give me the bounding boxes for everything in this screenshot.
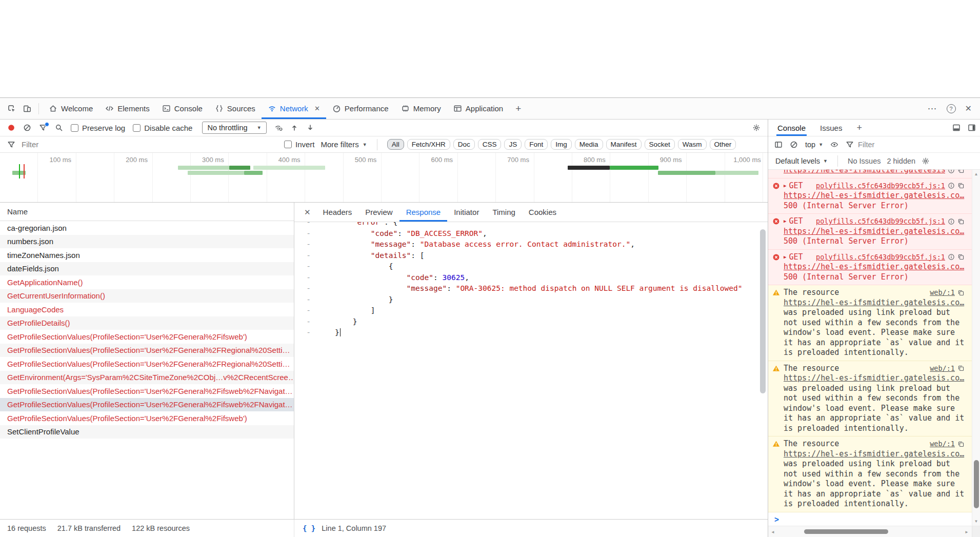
network-settings-gear-icon[interactable]: [752, 124, 761, 132]
clear-console-icon[interactable]: [790, 141, 798, 149]
resource-url-link[interactable]: https://hel-es-ifsmidtier.gatelesis.co…: [784, 298, 964, 307]
tab-performance[interactable]: Performance: [326, 98, 395, 119]
console-vertical-scrollbar[interactable]: ▲ ▼: [972, 170, 980, 526]
tab-sources[interactable]: Sources: [209, 98, 262, 119]
network-overview-timeline[interactable]: 100 ms200 ms300 ms400 ms500 ms600 ms700 …: [0, 153, 768, 203]
scroll-right-arrow[interactable]: ►: [965, 529, 969, 534]
scroll-up-arrow[interactable]: ▲: [972, 172, 980, 176]
network-request-row[interactable]: GetProfileSectionValues(ProfileSection='…: [0, 384, 294, 398]
filter-chip-css[interactable]: CSS: [478, 139, 502, 150]
tab-application[interactable]: Application: [447, 98, 509, 119]
more-options-icon[interactable]: ⋯: [928, 103, 937, 114]
network-request-row[interactable]: GetProfileSectionValues(ProfileSection='…: [0, 411, 294, 425]
dock-bottom-icon[interactable]: [952, 124, 961, 132]
fold-marker[interactable]: -: [294, 228, 317, 240]
device-toolbar-icon[interactable]: [19, 101, 35, 116]
checkbox[interactable]: [133, 124, 141, 132]
request-url-link[interactable]: https://hel-es-ifsmidtier.gatelesis.co…: [784, 227, 965, 237]
copy-stack-icon[interactable]: [957, 170, 965, 174]
request-url-link[interactable]: https://hel-es-ifsmidtier.gatelesis.co…: [784, 262, 965, 272]
tab-console[interactable]: Console: [156, 98, 209, 119]
info-icon[interactable]: [948, 218, 955, 225]
fold-marker[interactable]: -: [294, 250, 317, 262]
console-sidebar-icon[interactable]: [774, 141, 783, 149]
source-location-link[interactable]: web/:1: [930, 288, 955, 298]
fold-marker[interactable]: -: [294, 239, 317, 250]
dock-right-icon[interactable]: [968, 124, 976, 132]
copy-stack-icon[interactable]: [957, 253, 965, 261]
network-request-row[interactable]: GetProfileDetails(): [0, 316, 294, 330]
disable-cache-checkbox[interactable]: Disable cache: [133, 124, 192, 132]
resource-url-link[interactable]: https://hel-es-ifsmidtier.gatelesis.co…: [784, 373, 964, 383]
source-location-link[interactable]: polyfills.c5fc643db99ccb5f.js:1: [816, 252, 945, 263]
close-devtools-icon[interactable]: ✕: [965, 104, 972, 113]
console-settings-gear-icon[interactable]: [922, 157, 930, 165]
network-request-row[interactable]: GetProfileSectionValues(ProfileSection='…: [0, 357, 294, 371]
add-tab-button[interactable]: +: [509, 103, 527, 114]
console-horizontal-scrollbar[interactable]: ◄ ►: [768, 526, 980, 537]
filter-chip-font[interactable]: Font: [525, 139, 548, 150]
source-location-link[interactable]: polyfills.c5fc643db99ccb5f.js:1: [816, 181, 945, 191]
scroll-down-arrow[interactable]: ▼: [972, 519, 980, 524]
add-drawer-tab-button[interactable]: +: [856, 123, 862, 133]
close-details-icon[interactable]: ✕: [298, 208, 316, 217]
copy-stack-icon[interactable]: [957, 365, 965, 372]
invert-filter-checkbox[interactable]: Invert: [284, 140, 315, 149]
console-prompt[interactable]: >: [768, 512, 972, 526]
search-icon[interactable]: [55, 124, 63, 132]
tab-elements[interactable]: Elements: [99, 98, 156, 119]
import-har-icon[interactable]: [306, 124, 314, 132]
expand-arrow-icon[interactable]: ▶: [784, 252, 786, 263]
fold-marker[interactable]: -: [294, 261, 317, 272]
response-tab-initiator[interactable]: Initiator: [447, 203, 486, 222]
network-request-row[interactable]: GetEnvironment(Args='SysParam%2CSiteTime…: [0, 371, 294, 385]
log-levels-dropdown[interactable]: Default levels ▼: [775, 157, 828, 165]
filter-chip-manifest[interactable]: Manifest: [606, 139, 642, 150]
response-tab-preview[interactable]: Preview: [358, 203, 399, 222]
response-tab-response[interactable]: Response: [399, 203, 448, 222]
copy-stack-icon[interactable]: [957, 182, 965, 189]
filter-chip-fetch-xhr[interactable]: Fetch/XHR: [407, 139, 450, 150]
network-request-row[interactable]: timeZoneNames.json: [0, 248, 294, 262]
throttling-dropdown[interactable]: No throttling ▼: [202, 122, 266, 134]
expand-arrow-icon[interactable]: ▶: [784, 216, 786, 227]
filter-chip-all[interactable]: All: [387, 139, 404, 150]
scroll-left-arrow[interactable]: ◄: [771, 529, 775, 534]
fold-marker[interactable]: -: [294, 272, 317, 284]
help-icon[interactable]: ?: [947, 104, 956, 113]
info-icon[interactable]: [948, 182, 955, 189]
filter-chip-doc[interactable]: Doc: [453, 139, 475, 150]
checkbox[interactable]: [71, 124, 78, 132]
response-scrollbar-thumb[interactable]: [760, 229, 766, 393]
tab-issues[interactable]: Issues: [819, 120, 843, 136]
source-location-link[interactable]: web/:1: [930, 364, 955, 374]
filter-chip-socket[interactable]: Socket: [645, 139, 675, 150]
hidden-messages-count[interactable]: 2 hidden: [887, 157, 915, 165]
source-location-link[interactable]: web/:1: [930, 439, 955, 449]
fold-marker[interactable]: -: [294, 327, 317, 339]
copy-stack-icon[interactable]: [957, 441, 965, 448]
response-tab-cookies[interactable]: Cookies: [522, 203, 563, 222]
copy-stack-icon[interactable]: [957, 289, 965, 296]
export-har-icon[interactable]: [290, 124, 298, 132]
response-tab-timing[interactable]: Timing: [486, 203, 522, 222]
name-column-header[interactable]: Name: [0, 203, 294, 221]
more-filters-dropdown[interactable]: More filters ▼: [321, 140, 367, 149]
close-tab-icon[interactable]: ✕: [314, 105, 320, 112]
pretty-print-icon[interactable]: { }: [303, 524, 315, 532]
network-conditions-icon[interactable]: [274, 124, 283, 132]
javascript-context-dropdown[interactable]: top ▼: [805, 141, 823, 149]
record-button[interactable]: [7, 124, 15, 132]
network-request-row[interactable]: LanguageCodes: [0, 303, 294, 316]
fold-marker[interactable]: -: [294, 316, 317, 328]
console-filter-input[interactable]: [858, 141, 914, 149]
filter-chip-img[interactable]: Img: [551, 139, 572, 150]
info-icon[interactable]: [948, 170, 955, 174]
fold-marker[interactable]: -: [294, 305, 317, 316]
fold-marker[interactable]: -: [294, 222, 317, 228]
network-request-row[interactable]: GetApplicationName(): [0, 275, 294, 289]
network-request-row[interactable]: dateFields.json: [0, 262, 294, 276]
tab-welcome[interactable]: Welcome: [43, 98, 99, 119]
tab-memory[interactable]: Memory: [395, 98, 447, 119]
resource-url-link[interactable]: https://hel-es-ifsmidtier.gatelesis.co…: [784, 449, 964, 459]
